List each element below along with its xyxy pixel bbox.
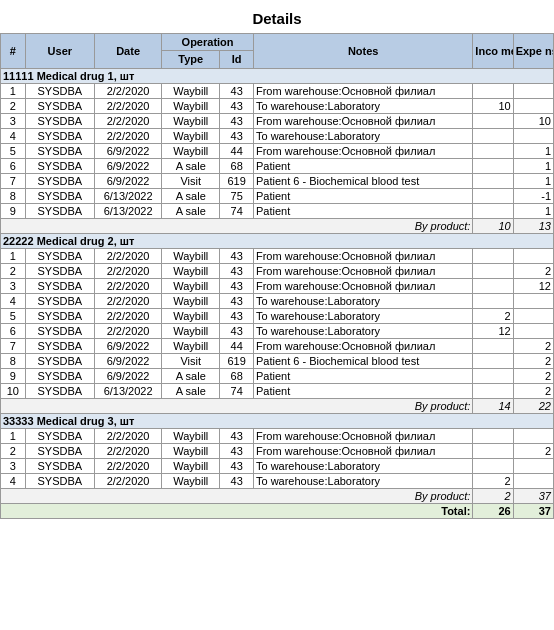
table-row: 8SYSDBA6/9/2022Visit619Patient 6 - Bioch… [1,353,554,368]
table-row: 1SYSDBA2/2/2020Waybill43From warehouse:О… [1,248,554,263]
col-header-expenses: Expe nses [513,34,553,69]
by-product-row: By product:1013 [1,218,554,233]
table-row: 1SYSDBA2/2/2020Waybill43From warehouse:О… [1,83,554,98]
table-row: 2SYSDBA2/2/2020Waybill43To warehouse:Lab… [1,98,554,113]
table-row: 3SYSDBA2/2/2020Waybill43From warehouse:О… [1,113,554,128]
by-product-row: By product:1422 [1,398,554,413]
table-row: 8SYSDBA6/13/2022A sale75Patient-1 [1,188,554,203]
group-header-row: 11111 Medical drug 1, шт [1,68,554,83]
table-row: 2SYSDBA2/2/2020Waybill43From warehouse:О… [1,443,554,458]
table-row: 5SYSDBA2/2/2020Waybill43To warehouse:Lab… [1,308,554,323]
table-row: 7SYSDBA6/9/2022Visit619Patient 6 - Bioch… [1,173,554,188]
table-row: 6SYSDBA6/9/2022A sale68Patient1 [1,158,554,173]
col-header-date: Date [95,34,162,69]
table-row: 10SYSDBA6/13/2022A sale74Patient2 [1,383,554,398]
table-row: 1SYSDBA2/2/2020Waybill43From warehouse:О… [1,428,554,443]
col-header-op-type: Type [162,51,220,68]
table-row: 9SYSDBA6/9/2022A sale68Patient2 [1,368,554,383]
table-row: 3SYSDBA2/2/2020Waybill43From warehouse:О… [1,278,554,293]
col-header-user: User [25,34,94,69]
table-row: 2SYSDBA2/2/2020Waybill43From warehouse:О… [1,263,554,278]
table-row: 9SYSDBA6/13/2022A sale74Patient1 [1,203,554,218]
group-header-row: 33333 Medical drug 3, шт [1,413,554,428]
by-product-row: By product:237 [1,488,554,503]
table-row: 4SYSDBA2/2/2020Waybill43To warehouse:Lab… [1,128,554,143]
table-row: 5SYSDBA6/9/2022Waybill44From warehouse:О… [1,143,554,158]
total-row: Total:2637 [1,503,554,518]
col-header-operation: Operation [162,34,254,51]
table-row: 7SYSDBA6/9/2022Waybill44From warehouse:О… [1,338,554,353]
col-header-notes: Notes [253,34,472,69]
table-row: 6SYSDBA2/2/2020Waybill43To warehouse:Lab… [1,323,554,338]
table-row: 4SYSDBA2/2/2020Waybill43To warehouse:Lab… [1,293,554,308]
table-row: 3SYSDBA2/2/2020Waybill43To warehouse:Lab… [1,458,554,473]
col-header-num: # [1,34,26,69]
group-header-row: 22222 Medical drug 2, шт [1,233,554,248]
col-header-op-id: Id [220,51,254,68]
page-title: Details [0,0,554,33]
col-header-income: Inco me [473,34,513,69]
table-row: 4SYSDBA2/2/2020Waybill43To warehouse:Lab… [1,473,554,488]
